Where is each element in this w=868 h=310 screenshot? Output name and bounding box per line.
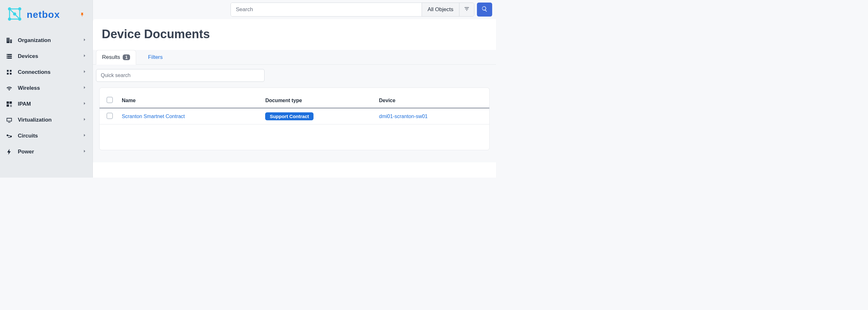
svg-point-5 (8, 7, 11, 10)
content-area: Device Documents Results 1 Filters (93, 19, 496, 177)
row-name-link[interactable]: Scranton Smartnet Contract (122, 114, 185, 119)
search-icon (482, 6, 488, 13)
ipam-icon (5, 101, 13, 108)
netbox-logo-icon (6, 6, 23, 24)
table-row: Scranton Smartnet Contract Support Contr… (99, 108, 489, 124)
brand-name: netbox (27, 9, 60, 20)
chevron-right-icon (82, 37, 87, 44)
sidebar-item-virtualization[interactable]: Virtualization (0, 112, 93, 128)
row-checkbox[interactable] (106, 113, 113, 119)
object-type-select[interactable]: All Objects (422, 3, 459, 16)
sidebar-item-connections[interactable]: Connections (0, 64, 93, 80)
chevron-right-icon (82, 85, 87, 91)
sidebar-item-label: Virtualization (18, 117, 52, 123)
sidebar-nav: Organization Devices Connections (0, 32, 93, 160)
sidebar-item-label: Power (18, 149, 34, 155)
devices-icon (5, 53, 13, 60)
power-icon (5, 148, 13, 155)
svg-point-6 (18, 7, 21, 10)
results-count-badge: 1 (123, 54, 130, 60)
wireless-icon (5, 85, 13, 92)
sidebar-item-circuits[interactable]: Circuits (0, 128, 93, 144)
chevron-right-icon (82, 69, 87, 76)
sidebar-item-label: Circuits (18, 133, 38, 139)
svg-point-7 (8, 18, 11, 21)
sidebar-item-label: Wireless (18, 85, 40, 91)
tab-filters-label: Filters (148, 54, 162, 60)
object-type-label: All Objects (428, 6, 454, 13)
sidebar-item-label: Organization (18, 37, 51, 44)
filter-icon (464, 6, 470, 13)
search-input[interactable] (231, 3, 422, 16)
circuits-icon (5, 133, 13, 139)
tab-results[interactable]: Results 1 (96, 50, 136, 65)
sidebar-item-organization[interactable]: Organization (0, 32, 93, 48)
sidebar-item-ipam[interactable]: IPAM (0, 96, 93, 112)
filter-button[interactable] (459, 3, 474, 16)
tabs: Results 1 Filters (93, 50, 496, 65)
svg-point-9 (13, 12, 16, 16)
tab-results-label: Results (102, 54, 120, 60)
chevron-right-icon (82, 149, 87, 155)
filter-panel (93, 65, 496, 87)
search-button[interactable] (477, 3, 492, 17)
col-name[interactable]: Name (117, 93, 261, 108)
sidebar-item-label: Connections (18, 69, 51, 76)
chevron-right-icon (82, 117, 87, 123)
col-device[interactable]: Device (375, 93, 489, 108)
select-all-checkbox[interactable] (106, 97, 113, 103)
quick-search-input[interactable] (96, 69, 265, 82)
chevron-right-icon (82, 53, 87, 59)
col-doctype[interactable]: Document type (261, 93, 375, 108)
sidebar-item-power[interactable]: Power (0, 144, 93, 160)
row-device-link[interactable]: dmi01-scranton-sw01 (379, 114, 428, 119)
sidebar-item-wireless[interactable]: Wireless (0, 80, 93, 96)
sidebar-item-label: Devices (18, 53, 38, 59)
chevron-right-icon (82, 101, 87, 107)
sidebar: netbox Organization Devices (0, 0, 93, 177)
organization-icon (5, 37, 13, 44)
topbar: All Objects (93, 0, 496, 19)
sidebar-item-label: IPAM (18, 101, 31, 107)
virtualization-icon (5, 116, 13, 123)
tab-filters[interactable]: Filters (142, 50, 168, 64)
pin-icon[interactable] (79, 11, 86, 19)
svg-point-8 (18, 18, 21, 21)
page-title: Device Documents (93, 22, 496, 48)
connections-icon (5, 69, 13, 76)
chevron-right-icon (82, 133, 87, 139)
global-search: All Objects (230, 3, 474, 17)
doctype-badge: Support Contract (265, 112, 313, 120)
results-table-card: Name Document type Device Scranton Smart… (99, 87, 490, 150)
logo-row: netbox (0, 0, 93, 32)
results-table: Name Document type Device Scranton Smart… (99, 93, 489, 124)
sidebar-item-devices[interactable]: Devices (0, 48, 93, 64)
